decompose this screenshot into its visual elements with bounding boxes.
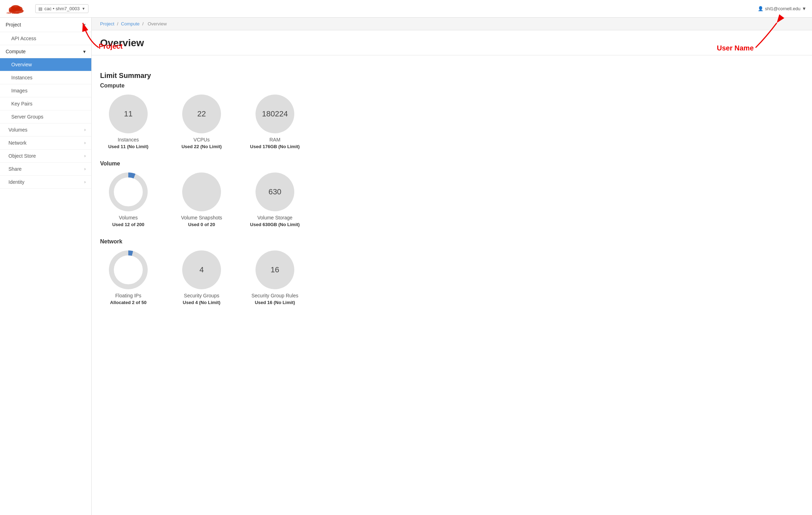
volumes-chart bbox=[109, 172, 148, 211]
svg-text:red cloud: red cloud bbox=[7, 11, 19, 14]
volume-storage-label: Volume Storage bbox=[257, 215, 293, 220]
ram-label: RAM bbox=[269, 137, 280, 143]
volume-snapshots-used: Used 0 of 20 bbox=[188, 222, 215, 227]
network-section-title: Network bbox=[100, 238, 804, 245]
sidebar-network-chevron-icon: › bbox=[84, 140, 86, 145]
sidebar-item-share[interactable]: Share › bbox=[0, 163, 91, 176]
breadcrumb-sep2: / bbox=[142, 21, 145, 26]
vcpus-label: VCPUs bbox=[193, 137, 210, 143]
sidebar-item-volumes[interactable]: Volumes › bbox=[0, 123, 91, 137]
project-chevron-icon: ▼ bbox=[82, 7, 85, 11]
sidebar-volumes-chevron-icon: › bbox=[84, 127, 86, 132]
volumes-label: Volumes bbox=[119, 215, 138, 220]
project-icon: ▤ bbox=[38, 6, 42, 11]
ram-value: 180224 bbox=[262, 109, 288, 119]
page-title: Overview bbox=[100, 37, 804, 49]
sidebar-item-object-store[interactable]: Object Store › bbox=[0, 150, 91, 163]
security-groups-used: Used 4 (No Limit) bbox=[183, 300, 221, 305]
compute-section-title: Compute bbox=[100, 83, 804, 89]
floating-ips-chart bbox=[109, 250, 148, 289]
compute-metrics-row: 11 Instances Used 11 (No Limit) 22 VCPUs… bbox=[100, 95, 804, 149]
instances-chart: 11 bbox=[109, 95, 148, 133]
instances-used: Used 11 (No Limit) bbox=[108, 144, 148, 149]
page-header: Overview bbox=[92, 30, 812, 52]
user-menu[interactable]: 👤 shl1@cornell.edu ▼ bbox=[758, 6, 806, 11]
brand-logo-icon: red cloud bbox=[6, 2, 27, 15]
metric-floating-ips: Floating IPs Allocated 2 of 50 bbox=[100, 250, 156, 305]
sidebar-item-api-access[interactable]: API Access bbox=[0, 32, 91, 45]
content-area: Limit Summary Compute 11 Instances Used … bbox=[92, 61, 812, 331]
volume-storage-used: Used 630GB (No Limit) bbox=[250, 222, 300, 227]
project-selector[interactable]: ▤ cac • shm7_0003 ▼ bbox=[35, 4, 88, 13]
sidebar-share-chevron-icon: › bbox=[84, 166, 86, 171]
metric-security-group-rules: 16 Security Group Rules Used 16 (No Limi… bbox=[247, 250, 303, 305]
volume-section-title: Volume bbox=[100, 160, 804, 167]
sidebar-item-instances[interactable]: Instances bbox=[0, 71, 91, 84]
instances-label: Instances bbox=[118, 137, 139, 143]
limit-summary-title: Limit Summary bbox=[100, 72, 804, 80]
volumes-used: Used 12 of 200 bbox=[112, 222, 144, 227]
network-metrics-row: Floating IPs Allocated 2 of 50 4 Securit… bbox=[100, 250, 804, 305]
volume-storage-chart: 630 bbox=[256, 172, 294, 211]
sidebar-item-identity[interactable]: Identity › bbox=[0, 176, 91, 189]
brand-logo-area: red cloud bbox=[6, 2, 28, 15]
volume-metrics-row: Volumes Used 12 of 200 Volume Snapshots … bbox=[100, 172, 804, 227]
vcpus-chart: 22 bbox=[182, 95, 221, 133]
header-divider bbox=[92, 55, 812, 55]
sidebar-item-network[interactable]: Network › bbox=[0, 137, 91, 150]
sidebar-item-overview[interactable]: Overview bbox=[0, 58, 91, 71]
floating-ips-label: Floating IPs bbox=[115, 293, 141, 298]
security-group-rules-value: 16 bbox=[271, 265, 279, 274]
instances-value: 11 bbox=[124, 109, 133, 119]
user-icon: 👤 bbox=[758, 6, 763, 11]
security-group-rules-used: Used 16 (No Limit) bbox=[255, 300, 295, 305]
username-label: shl1@cornell.edu bbox=[765, 6, 800, 11]
metric-ram: 180224 RAM Used 176GB (No Limit) bbox=[247, 95, 303, 149]
security-group-rules-chart: 16 bbox=[256, 250, 294, 289]
project-label: cac • shm7_0003 bbox=[44, 6, 80, 11]
ram-chart: 180224 bbox=[256, 95, 294, 133]
ram-used: Used 176GB (No Limit) bbox=[250, 144, 300, 149]
sidebar-item-key-pairs[interactable]: Key Pairs bbox=[0, 97, 91, 110]
sidebar: Project ▾ API Access Compute ▾ Overview … bbox=[0, 18, 92, 515]
breadcrumb-sep1: / bbox=[117, 21, 119, 26]
metric-volumes: Volumes Used 12 of 200 bbox=[100, 172, 156, 227]
sidebar-object-store-chevron-icon: › bbox=[84, 153, 86, 158]
sidebar-item-server-groups[interactable]: Server Groups bbox=[0, 110, 91, 123]
security-groups-label: Security Groups bbox=[184, 293, 219, 298]
sidebar-item-images[interactable]: Images bbox=[0, 84, 91, 97]
metric-security-groups: 4 Security Groups Used 4 (No Limit) bbox=[173, 250, 230, 305]
metric-vcpus: 22 VCPUs Used 22 (No Limit) bbox=[173, 95, 230, 149]
metric-volume-snapshots: Volume Snapshots Used 0 of 20 bbox=[173, 172, 230, 227]
sidebar-section-project[interactable]: Project ▾ bbox=[0, 18, 91, 32]
navbar: red cloud ▤ cac • shm7_0003 ▼ Project 👤 … bbox=[0, 0, 812, 18]
volume-snapshots-label: Volume Snapshots bbox=[181, 215, 222, 220]
sidebar-identity-chevron-icon: › bbox=[84, 180, 86, 184]
floating-ips-chart-inner bbox=[114, 255, 143, 284]
sidebar-compute-chevron-icon: ▾ bbox=[83, 49, 86, 54]
sidebar-project-chevron-icon: ▾ bbox=[84, 22, 86, 27]
breadcrumb: Project / Compute / Overview bbox=[92, 18, 812, 30]
sidebar-compute-label: Compute bbox=[6, 49, 26, 54]
volume-snapshots-chart bbox=[182, 172, 221, 211]
security-groups-chart: 4 bbox=[182, 250, 221, 289]
user-chevron-icon: ▼ bbox=[802, 6, 806, 11]
floating-ips-used: Allocated 2 of 50 bbox=[110, 300, 146, 305]
breadcrumb-overview: Overview bbox=[148, 21, 167, 26]
metric-instances: 11 Instances Used 11 (No Limit) bbox=[100, 95, 156, 149]
svg-point-3 bbox=[11, 5, 20, 10]
security-groups-value: 4 bbox=[199, 265, 204, 274]
security-group-rules-label: Security Group Rules bbox=[251, 293, 298, 298]
sidebar-section-project-label: Project bbox=[6, 22, 21, 28]
volumes-chart-inner bbox=[114, 177, 143, 206]
breadcrumb-project[interactable]: Project bbox=[100, 21, 114, 26]
main-content: Project / Compute / Overview Overview Li… bbox=[92, 18, 812, 515]
breadcrumb-compute[interactable]: Compute bbox=[121, 21, 140, 26]
metric-volume-storage: 630 Volume Storage Used 630GB (No Limit) bbox=[247, 172, 303, 227]
volume-storage-value: 630 bbox=[269, 187, 282, 196]
vcpus-used: Used 22 (No Limit) bbox=[182, 144, 222, 149]
sidebar-compute-header[interactable]: Compute ▾ bbox=[0, 45, 91, 58]
vcpus-value: 22 bbox=[197, 109, 206, 119]
